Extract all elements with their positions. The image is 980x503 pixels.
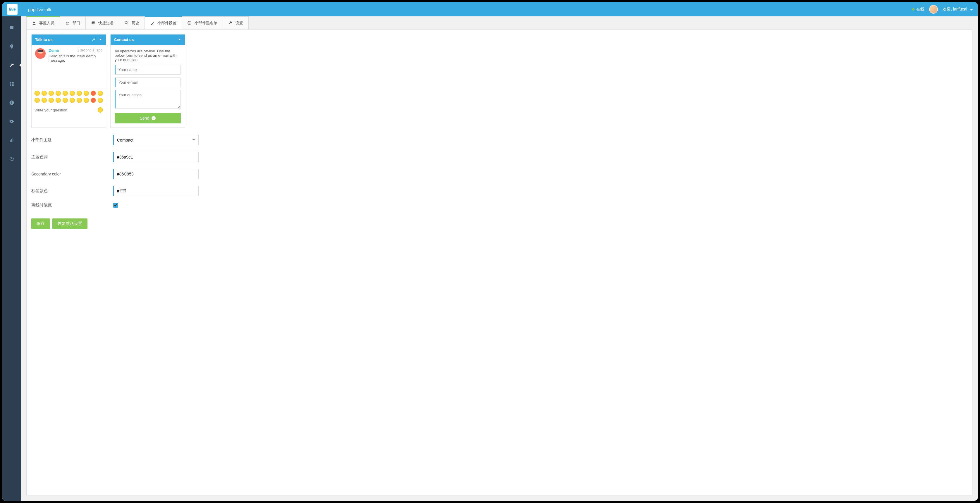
sidebar-item-stats[interactable] [2, 136, 21, 144]
svg-rect-3 [12, 84, 14, 86]
ban-icon [187, 21, 192, 25]
svg-point-13 [125, 22, 127, 24]
status-label: 在线 [916, 7, 924, 11]
tab-history[interactable]: 历史 [119, 16, 145, 29]
arrow-icon: › [151, 116, 156, 120]
sidebar-item-chat[interactable] [2, 24, 21, 32]
emoji-picker[interactable] [32, 89, 106, 105]
reset-button[interactable]: 恢复默认设置 [52, 219, 88, 229]
bars-icon [9, 138, 14, 143]
wrench-icon [228, 21, 232, 25]
chat-input[interactable] [35, 108, 98, 112]
tab-settings[interactable]: 设置 [223, 16, 249, 29]
tab-label: 部门 [73, 21, 80, 26]
tab-label: 快捷短语 [98, 21, 113, 26]
emoji-icon[interactable] [98, 90, 103, 96]
tab-label: 设置 [235, 21, 243, 26]
emoji-icon[interactable] [63, 90, 68, 96]
sidebar-item-qr[interactable] [2, 79, 21, 88]
tab-agents[interactable]: 客服人员 [26, 16, 60, 29]
emoji-icon[interactable] [41, 98, 47, 103]
username: lanfucai [953, 7, 967, 11]
grid-icon [9, 81, 14, 87]
emoji-icon[interactable] [49, 90, 54, 96]
emoji-icon[interactable] [56, 98, 61, 103]
hide-offline-checkbox[interactable] [113, 203, 118, 208]
contact-intro: All operators are off-line. Use the belo… [115, 49, 181, 62]
secondary-color-input[interactable] [113, 169, 199, 179]
sidebar-item-map[interactable] [2, 42, 21, 51]
user-menu[interactable]: 欢迎, lanfucai [943, 7, 973, 12]
contact-question-input[interactable] [115, 90, 181, 108]
search-icon [124, 21, 129, 25]
emoji-icon[interactable] [76, 90, 82, 96]
tab-label: 客服人员 [39, 21, 54, 26]
emoji-icon[interactable] [91, 98, 96, 103]
emoji-icon[interactable] [63, 98, 68, 103]
svg-rect-6 [11, 102, 12, 102]
primary-color-input[interactable] [113, 152, 199, 162]
tab-blacklist[interactable]: 小部件黑名单 [182, 16, 223, 29]
power-icon [9, 156, 14, 162]
svg-point-11 [67, 22, 68, 23]
svg-rect-9 [13, 138, 13, 142]
app-title: php live talk [28, 7, 912, 12]
tab-shortcuts[interactable]: 快捷短语 [86, 16, 119, 29]
chevron-down-icon[interactable] [178, 38, 181, 41]
tab-departments[interactable]: 部门 [60, 16, 86, 29]
svg-point-10 [33, 22, 35, 23]
comment-icon [91, 21, 95, 25]
demo-time: 1 second(s) ago [77, 48, 102, 52]
emoji-icon[interactable] [98, 98, 103, 103]
users-icon [65, 21, 70, 25]
theme-label: 小部件主题 [31, 138, 113, 143]
secondary-color-label: Secondary color [31, 172, 113, 176]
svg-rect-5 [11, 102, 12, 104]
contact-widget-title: Contact us [114, 37, 134, 42]
talk-widget-preview: Talk to us Demo1 second(s) ago Hello, th… [31, 34, 106, 128]
status-indicator[interactable]: 在线 [912, 7, 924, 12]
demo-name: Demo [49, 48, 59, 52]
settings-panel: Talk to us Demo1 second(s) ago Hello, th… [26, 29, 972, 495]
emoji-icon[interactable] [70, 98, 75, 103]
chat-icon [9, 25, 14, 30]
wrench-icon [9, 63, 14, 68]
emoji-icon[interactable] [91, 90, 96, 96]
theme-select[interactable]: Compact [113, 135, 199, 145]
eye-icon [9, 119, 14, 124]
send-label: Send [140, 116, 150, 121]
emoji-icon[interactable] [70, 90, 75, 96]
hide-offline-label: 离线时隐藏 [31, 203, 113, 208]
talk-widget-title: Talk to us [35, 37, 52, 42]
sidebar-item-monitor[interactable] [2, 117, 21, 126]
chevron-down-icon[interactable] [99, 38, 102, 41]
save-button[interactable]: 保存 [31, 219, 50, 229]
info-icon [9, 100, 14, 105]
svg-rect-1 [12, 82, 14, 83]
svg-rect-2 [10, 84, 11, 86]
tag-color-input[interactable] [113, 186, 199, 196]
pin-icon [9, 44, 14, 49]
topbar: live php live talk 在线 欢迎, lanfucai [2, 2, 978, 16]
emoji-icon[interactable] [56, 90, 61, 96]
user-icon [32, 21, 36, 25]
emoji-icon[interactable] [35, 98, 40, 103]
sidebar-item-power[interactable] [2, 154, 21, 163]
emoji-toggle-icon[interactable] [98, 107, 103, 113]
sidebar-item-settings[interactable] [2, 61, 21, 70]
sidebar-item-info[interactable] [2, 98, 21, 107]
wrench-icon[interactable] [92, 38, 95, 41]
send-button[interactable]: Send› [115, 113, 181, 124]
emoji-icon[interactable] [84, 98, 89, 103]
emoji-icon[interactable] [35, 90, 40, 96]
welcome-prefix: 欢迎, [943, 7, 952, 11]
emoji-icon[interactable] [76, 98, 82, 103]
avatar[interactable] [929, 5, 938, 14]
emoji-icon[interactable] [49, 98, 54, 103]
tab-label: 历史 [132, 21, 139, 26]
tab-widget-settings[interactable]: 小部件设置 [145, 16, 182, 29]
emoji-icon[interactable] [41, 90, 47, 96]
emoji-icon[interactable] [84, 90, 89, 96]
contact-name-input[interactable] [115, 65, 181, 75]
contact-email-input[interactable] [115, 78, 181, 87]
